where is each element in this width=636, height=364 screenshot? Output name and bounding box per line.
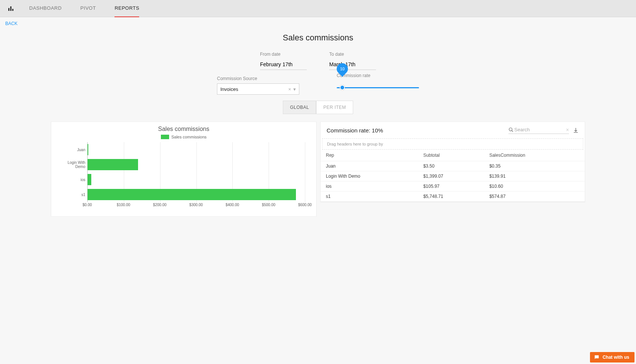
table-row[interactable]: Login With Demo$1,399.07$139.91 <box>321 171 585 181</box>
nav-tab-dashboard[interactable]: DASHBOARD <box>29 0 62 17</box>
table-cell: $1,399.07 <box>418 171 484 181</box>
svg-rect-1 <box>10 6 12 11</box>
toggle-per-item[interactable]: PER ITEM <box>316 101 353 114</box>
table-body: Juan$3.50$0.35Login With Demo$1,399.07$1… <box>321 161 585 202</box>
slider-handle[interactable] <box>340 85 345 90</box>
bar-row: ios <box>88 172 305 187</box>
bar-row: s1 <box>88 187 305 202</box>
nav-tab-pivot[interactable]: PIVOT <box>80 0 96 17</box>
group-by-dropzone[interactable]: Drag headers here to group by <box>322 138 583 150</box>
bar-row: Login With Demo <box>88 157 305 172</box>
table-search[interactable]: × <box>508 126 569 134</box>
logo-icon <box>7 5 14 12</box>
table-row[interactable]: Juan$3.50$0.35 <box>321 161 585 171</box>
table-column-header[interactable]: Rep <box>321 150 418 161</box>
chevron-down-icon[interactable]: ▾ <box>293 86 296 92</box>
top-navigation: DASHBOARDPIVOTREPORTS <box>0 0 636 17</box>
table-cell: ios <box>321 181 418 192</box>
chart-legend: Sales commissions <box>58 135 309 139</box>
table-cell: $574.87 <box>484 192 585 202</box>
table-tools: × <box>508 126 579 134</box>
x-tick-label: $0.00 <box>82 203 92 207</box>
table-cell: $5,748.71 <box>418 192 484 202</box>
gridline <box>305 142 305 202</box>
toggle-global[interactable]: GLOBAL <box>283 101 316 114</box>
table-cell: $105.97 <box>418 181 484 192</box>
table-cell: s1 <box>321 192 418 202</box>
from-date-field: From date <box>260 52 307 70</box>
commission-source-label: Commission Source <box>217 76 299 81</box>
bar[interactable] <box>88 174 91 185</box>
to-date-field: To date <box>329 52 376 70</box>
chart-title: Sales commissions <box>58 126 309 132</box>
from-date-label: From date <box>260 52 307 57</box>
table-panel: Commission rate: 10% × Drag headers here… <box>320 122 585 202</box>
clear-icon[interactable]: × <box>288 86 291 92</box>
legend-label: Sales commissions <box>171 135 207 139</box>
back-link[interactable]: BACK <box>0 17 23 30</box>
table-column-header[interactable]: SalesCommission <box>484 150 585 161</box>
commission-source-value: Invoices <box>220 86 238 92</box>
x-tick-label: $100.00 <box>117 203 130 207</box>
table-column-header[interactable]: Subtotal <box>418 150 484 161</box>
commission-source-field: Commission Source Invoices × ▾ <box>217 76 299 95</box>
x-tick-label: $200.00 <box>153 203 166 207</box>
search-input[interactable] <box>514 126 566 133</box>
slider-track <box>337 87 419 88</box>
bar-row: Juan <box>88 142 305 157</box>
svg-rect-0 <box>8 8 9 11</box>
commission-rate-slider[interactable]: 10 <box>337 76 419 88</box>
commission-source-select[interactable]: Invoices × ▾ <box>217 83 299 95</box>
search-icon <box>508 127 514 132</box>
clear-search-icon[interactable]: × <box>566 127 569 133</box>
date-filters: From date To date <box>47 52 589 70</box>
x-tick-label: $400.00 <box>226 203 239 207</box>
x-tick-label: $500.00 <box>262 203 275 207</box>
table-title: Commission rate: 10% <box>327 127 383 134</box>
table-cell: $0.35 <box>484 161 585 171</box>
legend-swatch <box>161 135 169 139</box>
svg-rect-2 <box>12 9 13 10</box>
from-date-input[interactable] <box>260 59 307 70</box>
source-and-rate-row: Commission Source Invoices × ▾ Commissio… <box>47 76 589 95</box>
plot-area: JuanLogin With Demoioss1 <box>87 142 305 202</box>
svg-line-4 <box>512 130 513 132</box>
download-icon[interactable] <box>573 127 579 133</box>
scope-toggle: GLOBAL PER ITEM <box>47 101 589 114</box>
y-tick-label: s1 <box>58 193 85 197</box>
table-row[interactable]: ios$105.97$10.60 <box>321 181 585 192</box>
commission-table: RepSubtotalSalesCommission Juan$3.50$0.3… <box>321 150 585 202</box>
content-panels: Sales commissions Sales commissions Juan… <box>47 122 589 217</box>
x-tick-label: $600.00 <box>298 203 312 207</box>
y-tick-label: Juan <box>58 148 85 152</box>
bar[interactable] <box>88 189 296 200</box>
y-tick-label: ios <box>58 178 85 182</box>
table-header-row: RepSubtotalSalesCommission <box>321 150 585 161</box>
nav-tab-reports[interactable]: REPORTS <box>114 0 139 17</box>
x-tick-label: $300.00 <box>189 203 203 207</box>
table-cell: $3.50 <box>418 161 484 171</box>
table-cell: Login With Demo <box>321 171 418 181</box>
bar[interactable] <box>88 159 138 170</box>
x-axis: $0.00$100.00$200.00$300.00$400.00$500.00… <box>87 202 305 209</box>
svg-point-3 <box>509 128 512 131</box>
to-date-label: To date <box>329 52 376 57</box>
chart-plot: JuanLogin With Demoioss1 $0.00$100.00$20… <box>58 142 309 209</box>
table-header-bar: Commission rate: 10% × <box>321 122 585 138</box>
chart-panel: Sales commissions Sales commissions Juan… <box>51 122 317 217</box>
table-cell: Juan <box>321 161 418 171</box>
bar[interactable] <box>88 144 88 155</box>
table-cell: $139.91 <box>484 171 585 181</box>
table-cell: $10.60 <box>484 181 585 192</box>
y-tick-label: Login With Demo <box>58 160 85 169</box>
table-row[interactable]: s1$5,748.71$574.87 <box>321 192 585 202</box>
page-title: Sales commissions <box>47 33 589 43</box>
